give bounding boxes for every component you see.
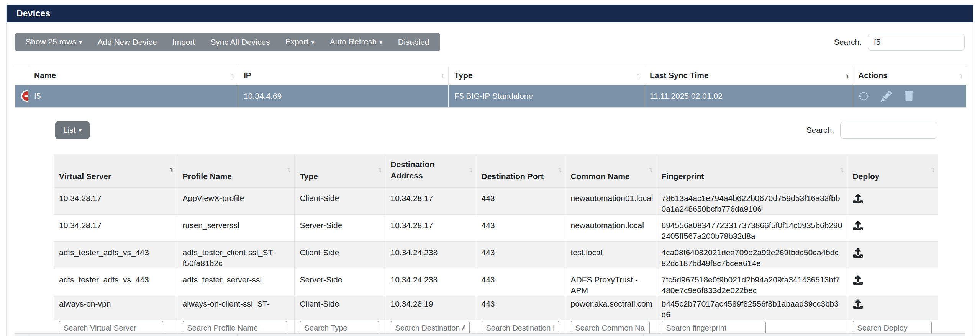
- sort-icon: ↑↓: [230, 72, 235, 80]
- destination-address-cell: 10.34.28.17: [385, 188, 476, 215]
- sort-icon: ↑↓: [378, 165, 382, 173]
- virtual-server-cell: 10.34.28.17: [54, 188, 177, 215]
- deploy-upload-icon[interactable]: [853, 299, 863, 309]
- column-header-destination-address[interactable]: Destination Address↑↓: [385, 154, 476, 188]
- deploy-cell: [847, 242, 938, 269]
- sort-icon: ↑↓: [649, 165, 653, 173]
- next-table-header-strip: [15, 333, 965, 336]
- sort-icon-active-desc: ↑↓: [845, 72, 849, 80]
- page-title: Devices: [7, 5, 973, 22]
- device-row[interactable]: f5 10.34.4.69 F5 BIG-IP Standalone 11.11…: [15, 85, 966, 108]
- destination-port-cell: 443: [476, 215, 565, 242]
- device-name-cell: f5: [28, 85, 238, 108]
- fingerprint-cell: 78613a4ac1e794a4b622b0670d759d53f16a32fb…: [656, 188, 847, 215]
- toolbar-button-group: Show 25 rows▾ Add New Device Import Sync…: [15, 33, 440, 51]
- search-label: Search:: [806, 126, 834, 135]
- column-header-destination-port[interactable]: Destination Port↑↓: [476, 154, 565, 188]
- chevron-down-icon: ▾: [379, 39, 383, 46]
- sort-icon: ↑↓: [636, 72, 641, 80]
- common-name-cell: ADFS ProxyTrust - APM: [565, 269, 656, 296]
- column-header-type[interactable]: Type↑↓: [294, 154, 385, 188]
- expand-cell: [15, 85, 28, 108]
- destination-port-cell: 443: [476, 269, 565, 296]
- column-header-deploy: Deploy↑↓: [847, 154, 938, 188]
- deploy-upload-icon[interactable]: [853, 221, 863, 230]
- column-header-profile-name[interactable]: Profile Name↑↓: [177, 154, 294, 188]
- detail-search-input[interactable]: [840, 122, 937, 139]
- destination-port-cell: 443: [476, 188, 565, 215]
- virtual-servers-header-row: Virtual Server↑↓ Profile Name↑↓ Type↑↓ D…: [54, 154, 938, 188]
- deploy-upload-icon[interactable]: [853, 275, 863, 285]
- devices-search-input[interactable]: [868, 34, 965, 51]
- devices-panel: Devices Show 25 rows▾ Add New Device Imp…: [6, 5, 973, 336]
- chevron-down-icon: ▾: [79, 126, 82, 134]
- profile-name-cell: adfs_tester_server-ssl: [177, 269, 294, 296]
- column-header-actions: Actions↑↓: [852, 66, 966, 85]
- auto-refresh-button[interactable]: Auto Refresh▾: [322, 33, 390, 52]
- destination-port-cell: 443: [476, 296, 565, 320]
- sort-icon: ↑↓: [959, 72, 963, 80]
- show-rows-button[interactable]: Show 25 rows▾: [18, 33, 90, 52]
- destination-address-cell: 10.34.24.238: [385, 269, 476, 296]
- sync-device-icon[interactable]: [858, 91, 869, 102]
- deploy-cell: [847, 215, 938, 242]
- table-row: adfs_tester_adfs_vs_443 adfs_tester_clie…: [54, 242, 938, 269]
- column-header-name[interactable]: Name↑↓: [28, 66, 238, 85]
- destination-address-cell: 10.34.28.17: [385, 215, 476, 242]
- fingerprint-cell: 4ca08f64082021dea709e2a99e269fbdc50ca4bd…: [656, 242, 847, 269]
- disabled-button[interactable]: Disabled: [390, 33, 437, 51]
- import-button[interactable]: Import: [165, 33, 203, 51]
- sync-all-devices-button[interactable]: Sync All Devices: [203, 33, 277, 51]
- deploy-cell: [847, 269, 938, 296]
- type-cell: Client-Side: [294, 296, 385, 320]
- column-header-last-sync-time[interactable]: Last Sync Time↑↓: [644, 66, 852, 85]
- deploy-cell: [847, 296, 938, 320]
- sort-icon: ↑↓: [441, 72, 446, 80]
- common-name-cell: newautomation01.local: [565, 188, 656, 215]
- virtual-server-cell: always-on-vpn: [54, 296, 177, 320]
- search-label: Search:: [834, 38, 862, 47]
- add-new-device-button[interactable]: Add New Device: [90, 33, 164, 51]
- expand-column-header: [15, 66, 28, 85]
- sort-icon: ↑↓: [840, 165, 844, 173]
- table-row: adfs_tester_adfs_vs_443 adfs_tester_serv…: [54, 269, 938, 296]
- device-actions-cell: [852, 85, 966, 108]
- collapse-row-icon[interactable]: [21, 90, 28, 102]
- virtual-server-cell: adfs_tester_adfs_vs_443: [54, 242, 177, 269]
- deploy-upload-icon[interactable]: [853, 194, 863, 203]
- sort-icon: ↑↓: [931, 165, 935, 173]
- destination-address-cell: 10.34.28.19: [385, 296, 476, 320]
- delete-device-icon[interactable]: [903, 91, 914, 102]
- table-row: 10.34.28.17 rusen_serverssl Server-Side …: [54, 215, 938, 242]
- sort-icon: ↑↓: [469, 165, 473, 173]
- fingerprint-cell: b445c2b77017ac4589f82556f8b1abaad39cc3bb…: [656, 296, 847, 320]
- deploy-upload-icon[interactable]: [853, 248, 863, 258]
- toolbar: Show 25 rows▾ Add New Device Import Sync…: [15, 33, 965, 51]
- device-last-sync-cell: 11.11.2025 02:01:02: [644, 85, 852, 108]
- sort-icon: ↑↓: [558, 165, 562, 173]
- profile-name-cell: always-on-client-ssl_ST-: [177, 296, 294, 320]
- export-button[interactable]: Export▾: [277, 33, 322, 52]
- column-header-virtual-server[interactable]: Virtual Server↑↓: [54, 154, 177, 188]
- list-dropdown-button[interactable]: List▾: [55, 121, 90, 139]
- device-ip-cell: 10.34.4.69: [238, 85, 449, 108]
- type-cell: Client-Side: [294, 188, 385, 215]
- virtual-server-cell: 10.34.28.17: [54, 215, 177, 242]
- edit-device-icon[interactable]: [881, 91, 892, 102]
- column-header-fingerprint[interactable]: Fingerprint↑↓: [656, 154, 847, 188]
- common-name-cell: test.local: [565, 242, 656, 269]
- device-type-cell: F5 BIG-IP Standalone: [449, 85, 644, 108]
- virtual-server-cell: adfs_tester_adfs_vs_443: [54, 269, 177, 296]
- destination-address-cell: 10.34.24.238: [385, 242, 476, 269]
- fingerprint-cell: 694556a08347723317373866f5f0f14c0935b6b2…: [656, 215, 847, 242]
- common-name-cell: newautomation.local: [565, 215, 656, 242]
- column-header-ip[interactable]: IP↑↓: [238, 66, 449, 85]
- chevron-down-icon: ▾: [311, 39, 315, 46]
- column-header-type[interactable]: Type↑↓: [449, 66, 644, 85]
- column-header-common-name[interactable]: Common Name↑↓: [565, 154, 656, 188]
- devices-table-header-row: Name↑↓ IP↑↓ Type↑↓ Last Sync Time↑↓ Acti…: [15, 66, 966, 85]
- sort-icon: ↑↓: [287, 165, 292, 173]
- profile-name-cell: rusen_serverssl: [177, 215, 294, 242]
- devices-search: Search:: [834, 34, 965, 51]
- profile-name-cell: AppViewX-profile: [177, 188, 294, 215]
